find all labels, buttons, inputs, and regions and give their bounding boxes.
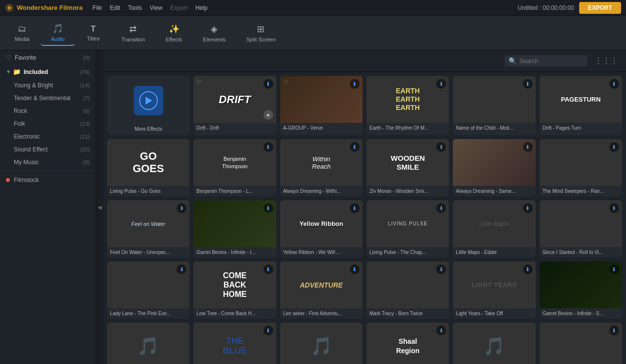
list-item[interactable]: ⬇ Always Dreaming - Same... [453,139,535,196]
export-button[interactable]: EXPORT [579,2,621,14]
sidebar-item-rock[interactable]: Rock (6) [0,105,96,117]
favorite-button[interactable]: ♡ [196,79,202,86]
sidebar-item-sound-effect[interactable]: Sound Effect (25) [0,143,96,156]
more-effects-item[interactable]: More Effects [107,76,189,135]
download-button[interactable]: ⬇ [609,326,619,335]
rock-label: Rock [14,108,83,114]
list-item[interactable]: ♡ ⬇ A-GROUP - Verve [280,76,363,135]
grid-toggle-button[interactable]: ⋮⋮⋮ [592,54,620,68]
list-item[interactable]: BenjaminThompson ⬇ Benjamin Thompson - L… [193,139,276,196]
download-button[interactable]: ⬇ [263,142,273,152]
sidebar-item-young-bright[interactable]: Young & Bright (14) [0,79,96,92]
list-item[interactable]: WOODENSMILE ⬇ Ziv Moran - Wooden Smi... [367,139,449,196]
download-button[interactable]: ⬇ [523,203,533,213]
list-item[interactable]: EARTHEARTHEARTH ⬇ Earth - The Rhythm Of … [367,76,449,135]
download-button[interactable]: ⬇ [177,203,186,213]
download-button[interactable]: ⬇ [609,203,619,213]
download-button[interactable]: ⬇ [436,264,446,274]
thompson-label: Benjamin Thompson - L... [193,186,276,196]
toolbar-audio[interactable]: 🎵 Audio [40,20,75,46]
list-item[interactable]: LIGHT YEARS ⬇ Light Years - Take Off [453,261,535,319]
search-input[interactable] [519,58,584,65]
download-button[interactable]: ⬇ [263,79,273,89]
menu-export[interactable]: Export [170,4,187,11]
wooden-label: Ziv Moran - Wooden Smi... [367,186,449,196]
download-button[interactable]: ⬇ [523,142,533,152]
download-button[interactable]: ⬇ [523,264,533,274]
garret-thumb: ⬇ [193,200,276,247]
sidebar-item-electronic[interactable]: Electronic (11) [0,130,96,143]
download-button[interactable]: ⬇ [263,326,273,335]
menu-file[interactable]: File [92,4,102,11]
download-button[interactable]: ⬇ [436,326,446,335]
list-item[interactable]: DRIFT ♡ ⬇ + Drift - Drift [193,76,276,135]
download-button[interactable]: ⬇ [436,203,446,213]
menu-help[interactable]: Help [195,4,208,11]
list-item[interactable]: PAGESTURN ⬇ Drift - Pages Turn [540,76,622,135]
download-button[interactable]: ⬇ [609,142,619,152]
list-item[interactable]: ADVENTURE ⬇ Lior seker - First Adventu..… [280,261,363,319]
music-note-icon: 🎵 [483,336,505,357]
list-item[interactable]: THEBLUE ⬇ Little Maps - Out The Blue [193,323,276,364]
sidebar-item-folk[interactable]: Folk (13) [0,117,96,130]
media-icon: 🗂 [18,24,27,34]
heart-icon: ♡ [6,54,12,61]
toolbar-effects[interactable]: ✨ Effects [156,21,192,45]
sidebar-item-my-music[interactable]: My Music (0) [0,156,96,169]
list-item[interactable]: 🎵 Atomic Bomb [107,323,189,364]
download-button[interactable]: ⬇ [436,142,446,152]
a-group-label: A-GROUP - Verve [280,123,363,133]
water-thumb: Feel on Water ⬇ [107,200,189,247]
list-item[interactable]: ⬇ Garret Bevins - Infinite - I... [193,200,276,257]
list-item[interactable]: ⬇ Garret Bevins - Infinite - S... [540,261,622,319]
download-button[interactable]: ⬇ [177,264,186,274]
list-item[interactable]: GOGOES Living Pulse - Go Goes [107,139,189,196]
sidebar-item-filmstock[interactable]: Filmstock [0,173,96,187]
download-button[interactable]: ⬇ [350,79,360,89]
download-button[interactable]: ⬇ [350,142,360,152]
list-item[interactable]: ⬇ Since I Started - Roll In Vi... [540,200,622,257]
list-item[interactable]: Feel on Water ⬇ Feet On Water - Unexpec.… [107,200,189,257]
toolbar-titles[interactable]: T Titles [76,22,110,44]
menu-edit[interactable]: Edit [110,4,120,11]
list-item[interactable]: COMEBACKHOME ⬇ Low Tree - Come Back H... [193,261,276,319]
download-button[interactable]: ⬇ [523,79,533,89]
list-item[interactable]: ShaalRegion ⬇ Low Tree - Shaal Region [367,323,449,364]
sidebar-collapse-button[interactable]: ◀ [96,50,103,364]
sidebar-item-included[interactable]: ▼ 📁 Included (76) [0,65,96,79]
sidebar-item-tender[interactable]: Tender & Sentimental (7) [0,92,96,105]
toolbar-transition[interactable]: ⇄ Transition [111,21,155,45]
electronic-count: (11) [80,134,90,140]
download-button[interactable]: ⬇ [350,203,360,213]
list-item[interactable]: Little Map's ⬇ Little Maps - Eddie [453,200,535,257]
menu-tools[interactable]: Tools [128,4,142,11]
list-item[interactable]: Yellow Ribbon ⬇ Yellow Ribbon - We Will … [280,200,363,257]
audio-grid: More Effects DRIFT ♡ ⬇ + Drift - Drift ♡ [107,76,622,364]
download-button[interactable]: ⬇ [350,264,360,274]
download-button[interactable]: ⬇ [263,203,273,213]
download-button[interactable]: ⬇ [609,264,619,274]
list-item[interactable]: 🎵 Cinematic Horn [453,323,535,364]
sidebar-wrapper: ♡ Favorite (0) ▼ 📁 Included (76) Young &… [0,50,103,364]
list-item[interactable]: ⬇ Sand - Takes Me To the L... [540,323,622,364]
toolbar-splitscreen[interactable]: ⊞ Split Screen [236,21,285,45]
download-button[interactable]: ⬇ [263,264,273,274]
list-item[interactable]: LIVING PULSE ⬇ Living Pulse - The Chap..… [367,200,449,257]
music-note-icon: 🎵 [137,336,159,357]
add-button[interactable]: + [263,110,273,120]
grid-scroll-area[interactable]: More Effects DRIFT ♡ ⬇ + Drift - Drift ♡ [103,72,626,364]
list-item[interactable]: ⬇ Lady Lane - The Pink Eve... [107,261,189,319]
list-item[interactable]: ⬇ The Mind Sweepers - Ran... [540,139,622,196]
search-box[interactable]: 🔍 [505,55,588,67]
toolbar-media[interactable]: 🗂 Media [5,21,39,45]
menu-view[interactable]: View [149,4,162,11]
sidebar-item-favorite[interactable]: ♡ Favorite (0) [0,50,96,65]
list-item[interactable]: 🎵 Transition Swoosh [280,323,363,364]
list-item[interactable]: WithinReach ⬇ Always Dreaming - Withi... [280,139,363,196]
favorite-button[interactable]: ♡ [283,79,289,86]
list-item[interactable]: ⬇ Mark Tracy - Born Twice [367,261,449,319]
list-item[interactable]: Nameof thechild ⬇ Name of the Child - Mo… [453,76,535,135]
download-button[interactable]: ⬇ [436,79,446,89]
download-button[interactable]: ⬇ [609,79,619,89]
toolbar-elements[interactable]: ◈ Elements [193,21,235,45]
